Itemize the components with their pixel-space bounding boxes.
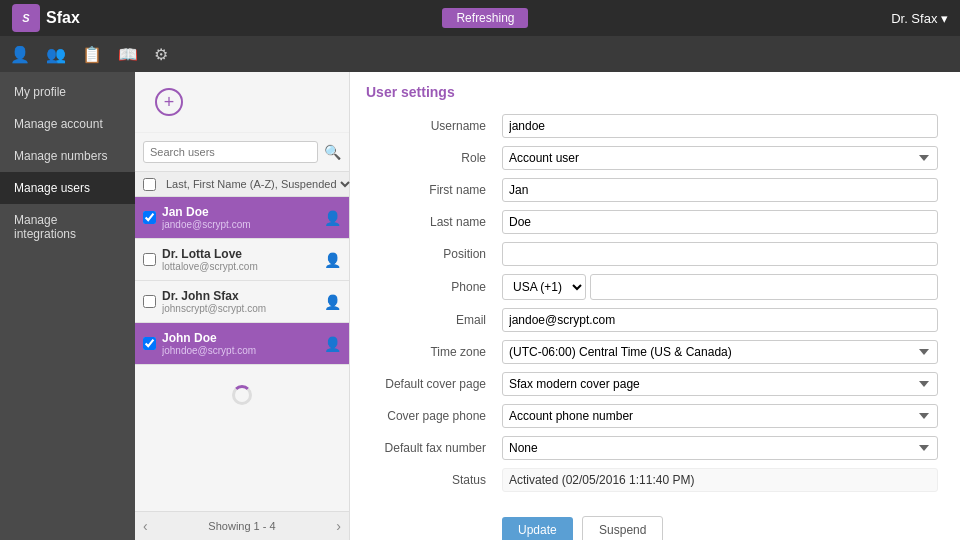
phone-label: Phone (366, 270, 496, 304)
user-checkbox[interactable] (143, 211, 156, 224)
phone-number-input[interactable] (590, 274, 938, 300)
status-row: Status Activated (02/05/2016 1:11:40 PM) (366, 464, 944, 496)
icon-bar: 👤 👥 📋 📖 ⚙ (0, 36, 960, 72)
user-info: Dr. Lotta Love lottalove@scrypt.com (162, 247, 324, 272)
user-checkbox[interactable] (143, 295, 156, 308)
user-list-panel: + 🔍 Last, First Name (A-Z), Suspended ▼ … (135, 72, 350, 540)
gear-icon[interactable]: ⚙ (154, 45, 168, 64)
firstname-row: First name (366, 174, 944, 206)
user-type-icon: 👤 (324, 252, 341, 268)
sidebar-item-manage-integrations[interactable]: Manage integrations (0, 204, 135, 250)
cover-phone-label: Cover page phone (366, 400, 496, 432)
timezone-label: Time zone (366, 336, 496, 368)
phone-row: Phone USA (+1) (366, 270, 944, 304)
lastname-input[interactable] (502, 210, 938, 234)
add-user-button[interactable]: + (155, 88, 183, 116)
status-label: Status (366, 464, 496, 496)
user-settings-title: User settings (366, 84, 944, 100)
user-list-search-header: 🔍 (135, 133, 349, 172)
fax-number-select[interactable]: None (502, 436, 938, 460)
user-email: johndoe@scrypt.com (162, 345, 324, 356)
user-settings: User settings Username Role Account user… (350, 72, 960, 540)
firstname-label: First name (366, 174, 496, 206)
cover-page-row: Default cover page Sfax modern cover pag… (366, 368, 944, 400)
people-icon[interactable]: 👥 (46, 45, 66, 64)
main-layout: My profile Manage account Manage numbers… (0, 72, 960, 540)
top-bar: S Sfax Refreshing Dr. Sfax ▾ (0, 0, 960, 36)
logo-icon: S (12, 4, 40, 32)
user-type-icon: 👤 (324, 210, 341, 226)
username-input[interactable] (502, 114, 938, 138)
sidebar-item-manage-account[interactable]: Manage account (0, 108, 135, 140)
phone-country-select[interactable]: USA (+1) (502, 274, 586, 300)
user-list-footer: ‹ Showing 1 - 4 › (135, 511, 349, 540)
user-name: Jan Doe (162, 205, 324, 219)
firstname-input[interactable] (502, 178, 938, 202)
refreshing-badge: Refreshing (442, 8, 528, 28)
list-item[interactable]: Dr. John Sfax johnscrypt@scrypt.com 👤 (135, 281, 349, 323)
user-name: Dr. John Sfax (162, 289, 324, 303)
cover-page-select[interactable]: Sfax modern cover page (502, 372, 938, 396)
spinner (232, 385, 252, 405)
email-label: Email (366, 304, 496, 336)
username-label: Username (366, 110, 496, 142)
user-checkbox[interactable] (143, 337, 156, 350)
user-checkbox[interactable] (143, 253, 156, 266)
list-item[interactable]: John Doe johndoe@scrypt.com 👤 (135, 323, 349, 365)
username-row: Username (366, 110, 944, 142)
sidebar-nav: My profile Manage account Manage numbers… (0, 72, 135, 540)
update-button[interactable]: Update (502, 517, 573, 540)
lastname-label: Last name (366, 206, 496, 238)
email-row: Email (366, 304, 944, 336)
list-item[interactable]: Jan Doe jandoe@scrypt.com 👤 (135, 197, 349, 239)
fax-number-row: Default fax number None (366, 432, 944, 464)
person-icon[interactable]: 👤 (10, 45, 30, 64)
search-icon[interactable]: 🔍 (324, 144, 341, 160)
cover-page-label: Default cover page (366, 368, 496, 400)
select-all-checkbox[interactable] (143, 178, 156, 191)
position-input[interactable] (502, 242, 938, 266)
user-info: Jan Doe jandoe@scrypt.com (162, 205, 324, 230)
status-value: Activated (02/05/2016 1:11:40 PM) (502, 468, 938, 492)
user-name: Dr. Lotta Love (162, 247, 324, 261)
next-page-button[interactable]: › (336, 518, 341, 534)
role-label: Role (366, 142, 496, 174)
timezone-row: Time zone (UTC-06:00) Central Time (US &… (366, 336, 944, 368)
content-panel: User settings Username Role Account user… (350, 72, 960, 540)
book-icon[interactable]: 📖 (118, 45, 138, 64)
sidebar-item-my-profile[interactable]: My profile (0, 76, 135, 108)
showing-label: Showing 1 - 4 (208, 520, 275, 532)
lastname-row: Last name (366, 206, 944, 238)
user-name: John Doe (162, 331, 324, 345)
user-email: lottalove@scrypt.com (162, 261, 324, 272)
cover-phone-select[interactable]: Account phone number (502, 404, 938, 428)
email-input[interactable] (502, 308, 938, 332)
app-logo: S Sfax (12, 4, 80, 32)
user-list-items: Jan Doe jandoe@scrypt.com 👤 Dr. Lotta Lo… (135, 197, 349, 511)
position-label: Position (366, 238, 496, 270)
timezone-select[interactable]: (UTC-06:00) Central Time (US & Canada) (502, 340, 938, 364)
search-input[interactable] (143, 141, 318, 163)
user-info: Dr. John Sfax johnscrypt@scrypt.com (162, 289, 324, 314)
top-bar-user[interactable]: Dr. Sfax ▾ (891, 11, 948, 26)
user-info: John Doe johndoe@scrypt.com (162, 331, 324, 356)
add-button-row: + (135, 72, 349, 133)
user-type-icon: 👤 (324, 294, 341, 310)
user-email: jandoe@scrypt.com (162, 219, 324, 230)
sidebar-item-manage-users[interactable]: Manage users (0, 172, 135, 204)
sort-select[interactable]: Last, First Name (A-Z), Suspended (162, 177, 353, 191)
action-buttons: Update Suspend (496, 508, 944, 540)
clipboard-icon[interactable]: 📋 (82, 45, 102, 64)
sidebar-item-manage-numbers[interactable]: Manage numbers (0, 140, 135, 172)
position-row: Position (366, 238, 944, 270)
fax-number-label: Default fax number (366, 432, 496, 464)
user-email: johnscrypt@scrypt.com (162, 303, 324, 314)
sort-bar: Last, First Name (A-Z), Suspended ▼ (135, 172, 349, 197)
role-select[interactable]: Account user (502, 146, 938, 170)
app-name: Sfax (46, 9, 80, 27)
role-row: Role Account user (366, 142, 944, 174)
phone-field-group: USA (+1) (502, 274, 938, 300)
list-item[interactable]: Dr. Lotta Love lottalove@scrypt.com 👤 (135, 239, 349, 281)
suspend-button[interactable]: Suspend (582, 516, 663, 540)
prev-page-button[interactable]: ‹ (143, 518, 148, 534)
